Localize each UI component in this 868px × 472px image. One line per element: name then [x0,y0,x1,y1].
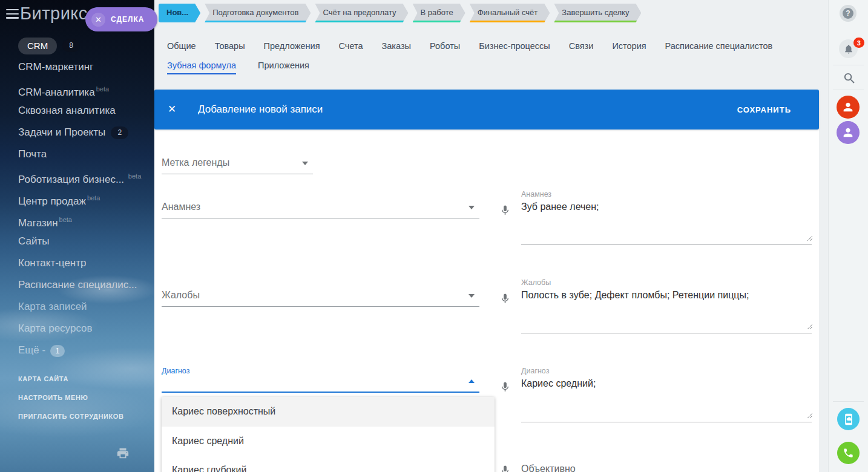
sidebar-item-records-map[interactable]: Карта записей [0,296,154,318]
stage-prepayment-invoice[interactable]: Счёт на предоплату [315,4,408,22]
anamnesis-mic-icon[interactable] [499,203,511,218]
search-icon [843,71,856,85]
tab-general[interactable]: Общие [167,41,196,54]
search-button[interactable] [842,71,856,85]
sidebar-item-shop[interactable]: Магазинbeta [0,209,154,231]
legend-mark-select[interactable]: Метка легенды [162,149,313,174]
chevron-down-icon [302,162,308,165]
sidebar-item-resources-map[interactable]: Карта ресурсов [0,318,154,339]
stage-close-deal[interactable]: Завершить сделку [554,4,641,22]
tab-business-processes[interactable]: Бизнес-процессы [479,41,550,54]
diagnosis-select[interactable] [162,368,479,393]
tasks-counter-badge: 2 [111,126,128,139]
diagnosis-mic-icon[interactable] [499,380,511,395]
diagnosis-dropdown-list: Кариес поверхностный Кариес средний Кари… [162,397,495,472]
user-avatar-red[interactable] [837,96,860,119]
tab-quotes[interactable]: Предложения [264,41,320,54]
hamburger-menu-icon[interactable] [6,9,19,19]
objective-field-label: Объективно [521,464,576,472]
sidebar-item-more[interactable]: Ещё -1 [0,339,154,361]
deal-stage-pipeline: Нов... Подготовка документов Счёт на пре… [159,4,641,22]
left-sidebar: Битрикс 2 CRM8 CRM-маркетинг CRM-аналити… [0,0,154,472]
tab-specialists-schedule[interactable]: Расписание специалистов [665,41,773,54]
deal-badge-label: СДЕЛКА [111,15,144,24]
panel-close-icon[interactable]: ✕ [166,104,177,115]
configure-menu-link[interactable]: НАСТРОИТЬ МЕНЮ [18,394,124,401]
stage-final-invoice[interactable]: Финальный счёт [470,4,550,22]
chevron-up-icon [469,379,475,383]
tab-products[interactable]: Товары [215,41,245,54]
panel-title: Добавление новой записи [198,103,323,116]
diagnosis-textarea[interactable]: Диагноз Кариес средний; [521,367,812,422]
tab-history[interactable]: История [612,41,646,54]
dropdown-option-superficial-caries[interactable]: Кариес поверхностный [162,397,495,427]
sidebar-item-sales-center[interactable]: Центр продажbeta [0,187,154,209]
device-cloud-icon [843,413,855,425]
tab-robots[interactable]: Роботы [430,41,460,54]
sidebar-item-tasks-projects[interactable]: Задачи и Проекты2 [0,122,154,143]
sidebar-item-crm-analytics[interactable]: CRM-аналитикаbeta [0,78,154,100]
tab-orders[interactable]: Заказы [382,41,411,54]
resize-grip-icon[interactable] [806,233,813,244]
sidebar-item-crm-marketing[interactable]: CRM-маркетинг [0,56,154,78]
deal-tabs-row-2: Зубная формула Приложения [167,61,309,74]
resize-grip-icon[interactable] [806,410,813,421]
anamnesis-textarea[interactable]: Анамнез Зуб ранее лечен; [521,190,812,245]
mobile-app-button[interactable] [837,408,860,430]
deal-slider-badge[interactable]: ✕ СДЕЛКА [85,7,157,31]
resize-grip-icon[interactable] [806,321,813,332]
sidebar-item-specialists-schedule[interactable]: Расписание специалис... [0,274,154,296]
more-counter-badge: 1 [50,345,65,357]
dropdown-option-deep-caries[interactable]: Кариес глубокий [162,456,495,472]
crm-counter-badge: 8 [62,39,80,52]
question-mark-icon: ? [843,8,853,19]
complaints-mic-icon[interactable] [499,292,511,306]
printer-icon[interactable] [116,447,130,462]
sidebar-item-mail[interactable]: Почта [0,143,154,165]
chevron-down-icon [469,206,475,209]
stage-in-progress[interactable]: В работе [413,4,465,22]
right-toolbar: ? 3 [828,0,868,472]
person-icon [841,100,855,114]
sitemap-link[interactable]: КАРТА САЙТА [18,375,124,382]
notification-count-badge: 3 [853,38,864,48]
deal-tabs-row-1: Общие Товары Предложения Счета Заказы Ро… [167,41,772,54]
anamnesis-select[interactable]: Анамнез [162,194,479,218]
dropdown-option-medium-caries[interactable]: Кариес средний [162,427,495,456]
new-record-form: Метка легенды Анамнез Жалобы Диагноз Кар… [154,129,819,472]
sidebar-item-sites[interactable]: Сайты [0,231,154,252]
stage-new[interactable]: Нов... [159,4,200,22]
new-record-panel-header: ✕ Добавление новой записи СОХРАНИТЬ [154,90,819,129]
stage-documents[interactable]: Подготовка документов [205,4,311,22]
bell-icon [843,44,854,54]
sidebar-item-crm[interactable]: CRM8 [0,34,154,56]
sidebar-item-rpa[interactable]: Роботизация бизнес... beta [0,165,154,187]
phone-icon [843,447,854,459]
complaints-textarea[interactable]: Жалобы Полость в зубе; Дефект пломбы; Ре… [521,278,812,333]
tab-dental-formula[interactable]: Зубная формула [167,61,236,74]
save-button[interactable]: СОХРАНИТЬ [734,105,795,115]
user-avatar-purple[interactable] [837,121,860,144]
complaints-select[interactable]: Жалобы [162,282,479,307]
help-button[interactable]: ? [840,5,856,22]
sidebar-item-end-to-end-analytics[interactable]: Сквозная аналитика [0,100,154,122]
sidebar-menu: CRM8 CRM-маркетинг CRM-аналитикаbeta Скв… [0,34,154,361]
tab-applications[interactable]: Приложения [258,61,309,74]
telephony-button[interactable] [837,442,860,464]
invite-employees-link[interactable]: ПРИГЛАСИТЬ СОТРУДНИКОВ [18,413,124,420]
tab-invoices[interactable]: Счета [339,41,363,54]
deal-close-icon[interactable]: ✕ [91,13,105,27]
tab-links[interactable]: Связи [569,41,594,54]
objective-mic-icon[interactable] [499,464,511,472]
person-icon [841,126,855,139]
sidebar-footer-links: КАРТА САЙТА НАСТРОИТЬ МЕНЮ ПРИГЛАСИТЬ СО… [18,375,124,431]
chevron-down-icon [469,294,475,298]
sidebar-item-contact-center[interactable]: Контакт-центр [0,252,154,274]
